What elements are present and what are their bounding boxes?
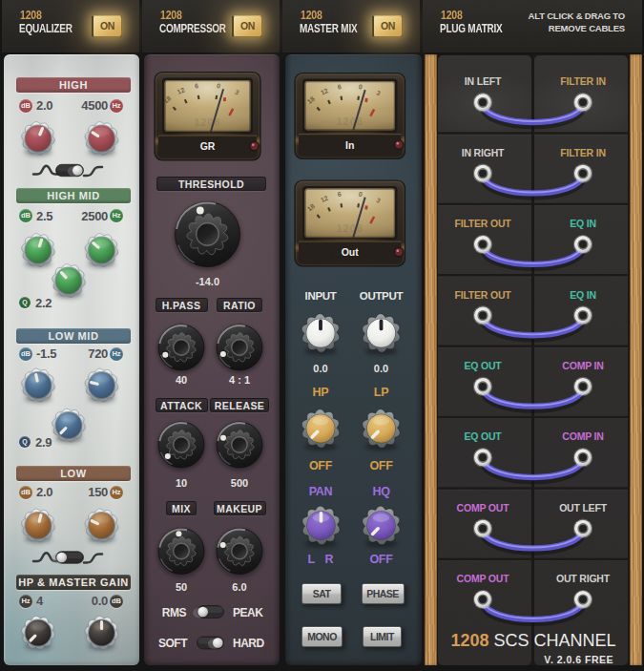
svg-text:1208: 1208 [337, 222, 364, 234]
svg-text:GR: GR [200, 140, 216, 152]
svg-text:In: In [345, 139, 354, 151]
svg-text:1208: 1208 [194, 116, 220, 128]
svg-text:Out: Out [342, 246, 360, 258]
svg-text:1208: 1208 [337, 115, 364, 127]
